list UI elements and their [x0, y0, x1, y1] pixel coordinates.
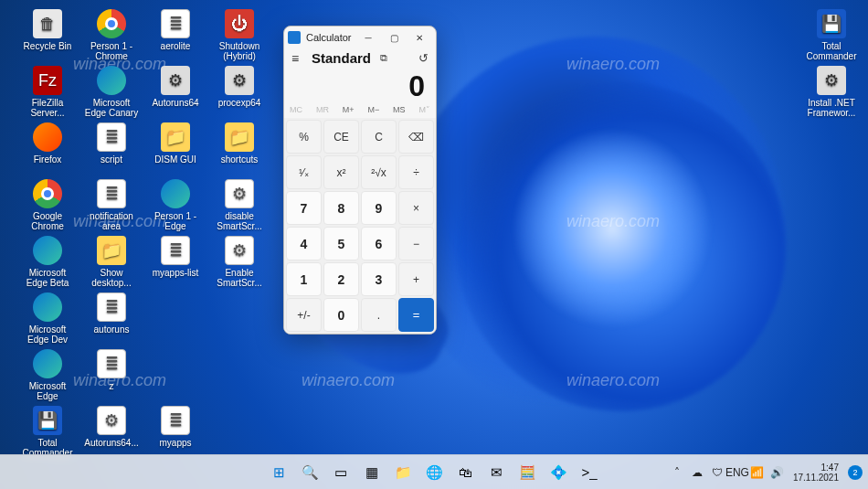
- mem-mc[interactable]: MC: [290, 105, 302, 114]
- desktop-icon[interactable]: Microsoft Edge Dev: [18, 292, 77, 345]
- desktop-icon[interactable]: ⚙Autoruns64: [146, 66, 205, 108]
- taskbar-search-button[interactable]: 🔍: [296, 459, 323, 486]
- calculator-display: 0: [284, 66, 436, 105]
- fz-icon: Fz: [33, 66, 62, 95]
- desktop[interactable]: winaero.com winaero.com winaero.com wina…: [0, 0, 868, 489]
- key-ce[interactable]: CE: [323, 120, 359, 154]
- key-1[interactable]: 1: [286, 262, 322, 296]
- tray-clock[interactable]: 1:47 17.11.2021: [789, 462, 842, 483]
- titlebar[interactable]: Calculator ─ ▢ ✕: [284, 27, 436, 48]
- minimize-button[interactable]: ─: [355, 27, 381, 48]
- tray-language[interactable]: ENG: [729, 460, 746, 485]
- desktop-icon[interactable]: ⚙disable SmartScr...: [210, 179, 269, 231]
- key-8[interactable]: 8: [323, 191, 359, 225]
- mem-mplus[interactable]: M+: [343, 105, 355, 114]
- mem-mr[interactable]: MR: [316, 105, 329, 114]
- key-backspace[interactable]: ⌫: [398, 120, 434, 154]
- calculator-mode: Standard: [312, 50, 371, 66]
- key-negate[interactable]: +/-: [286, 298, 322, 332]
- desktop-icon-label: Total Commander: [802, 41, 861, 61]
- desktop-icon[interactable]: Google Chrome: [18, 179, 77, 231]
- calculator-window[interactable]: Calculator ─ ▢ ✕ ≡ Standard ⧉ ↺ 0 MC MR …: [283, 26, 437, 335]
- key-divide[interactable]: ÷: [398, 155, 434, 189]
- taskbar-edge-button[interactable]: 🌐: [420, 459, 448, 486]
- desktop-icon[interactable]: Person 1 - Chrome: [82, 9, 141, 61]
- desktop-icon[interactable]: ⚙procexp64: [210, 66, 269, 108]
- key-4[interactable]: 4: [286, 227, 322, 260]
- taskbar[interactable]: ⊞🔍▭▦📁🌐🛍✉🧮💠>_ ˄ ☁ 🛡 ENG 📶 🔊 1:47 17.11.20…: [0, 454, 868, 489]
- key-equals[interactable]: =: [398, 298, 434, 332]
- desktop-icon[interactable]: ≣myapps: [146, 406, 205, 448]
- tray-chevron-icon[interactable]: ˄: [669, 460, 685, 485]
- desktop-icon[interactable]: ⚙Enable SmartScr...: [210, 236, 269, 288]
- desktop-icon[interactable]: ⏻Shutdown (Hybrid): [210, 9, 269, 61]
- hamburger-menu-icon[interactable]: ≡: [291, 51, 304, 66]
- desktop-icon[interactable]: Microsoft Edge Beta: [18, 236, 77, 288]
- desktop-icon[interactable]: Microsoft Edge: [18, 349, 77, 401]
- key-minus[interactable]: −: [398, 227, 434, 260]
- key-c[interactable]: C: [361, 120, 397, 154]
- mem-ms[interactable]: MS: [393, 105, 406, 114]
- close-button[interactable]: ✕: [407, 27, 432, 48]
- key-5[interactable]: 5: [323, 227, 359, 260]
- key-7[interactable]: 7: [286, 191, 322, 225]
- desktop-icon[interactable]: 💾Total Commander: [802, 9, 861, 61]
- desktop-icon[interactable]: ≣autoruns: [82, 292, 141, 335]
- key-multiply[interactable]: ×: [398, 191, 434, 225]
- file-icon: ≣: [97, 292, 126, 322]
- tray-volume-icon[interactable]: 🔊: [769, 460, 786, 485]
- key-decimal[interactable]: .: [361, 298, 397, 332]
- key-percent[interactable]: %: [286, 120, 322, 154]
- keep-on-top-icon[interactable]: ⧉: [380, 52, 387, 64]
- key-square[interactable]: x²: [323, 155, 359, 189]
- taskbar-mail-button[interactable]: ✉: [482, 459, 510, 486]
- desktop-icon[interactable]: FzFileZilla Server...: [18, 66, 77, 118]
- desktop-icon-label: script: [82, 154, 141, 165]
- key-3[interactable]: 3: [361, 262, 397, 296]
- desktop-icon[interactable]: ≣myapps-list: [146, 236, 205, 278]
- key-reciprocal[interactable]: ¹⁄ₓ: [286, 155, 322, 189]
- desktop-icon[interactable]: Firefox: [18, 122, 77, 165]
- desktop-icon[interactable]: Microsoft Edge Canary: [82, 66, 141, 118]
- desktop-icon[interactable]: ≣z: [82, 349, 141, 391]
- desktop-icon-label: z: [82, 381, 141, 391]
- tray-network-icon[interactable]: 📶: [749, 460, 766, 485]
- taskbar-task-view-button[interactable]: ▭: [327, 459, 355, 486]
- key-6[interactable]: 6: [361, 227, 397, 260]
- key-2[interactable]: 2: [323, 262, 359, 296]
- desktop-icon-label: Google Chrome: [18, 211, 77, 231]
- desktop-icon[interactable]: 📁shortcuts: [210, 122, 269, 165]
- taskbar-store-button[interactable]: 🛍: [451, 459, 479, 486]
- desktop-icon-label: Autoruns64...: [82, 438, 141, 448]
- desktop-icon[interactable]: 💾Total Commander: [18, 406, 77, 458]
- desktop-icon[interactable]: 📁Show desktop...: [82, 236, 141, 288]
- desktop-icon[interactable]: ⚙Autoruns64...: [82, 406, 141, 448]
- taskbar-calculator-button[interactable]: 🧮: [513, 459, 541, 486]
- desktop-icon[interactable]: ⚙Install .NET Framewor...: [802, 66, 861, 118]
- key-0[interactable]: 0: [323, 298, 359, 332]
- maximize-button[interactable]: ▢: [381, 27, 407, 48]
- mem-mminus[interactable]: M−: [367, 105, 379, 114]
- notification-badge[interactable]: 2: [848, 465, 863, 480]
- mem-list[interactable]: M˅: [418, 105, 430, 114]
- key-sqrt[interactable]: ²√x: [361, 155, 397, 189]
- desktop-icon[interactable]: ≣notification area: [82, 179, 141, 231]
- tray-onedrive-icon[interactable]: ☁: [689, 460, 705, 485]
- desktop-icon[interactable]: 📁DISM GUI: [146, 122, 205, 165]
- chrome-icon: [33, 179, 62, 208]
- desktop-icon[interactable]: ≣script: [82, 122, 141, 165]
- taskbar-vscode-button[interactable]: 💠: [545, 459, 572, 486]
- tray-defender-icon[interactable]: 🛡: [709, 460, 725, 485]
- key-plus[interactable]: +: [398, 262, 434, 296]
- desktop-icon[interactable]: 🗑Recycle Bin: [18, 9, 77, 51]
- history-icon[interactable]: ↺: [418, 51, 429, 65]
- edge-icon: [33, 236, 62, 265]
- taskbar-explorer-button[interactable]: 📁: [389, 459, 417, 486]
- bluebox-icon: 💾: [33, 406, 62, 435]
- key-9[interactable]: 9: [361, 191, 397, 225]
- taskbar-start-button[interactable]: ⊞: [265, 459, 292, 486]
- taskbar-terminal-button[interactable]: >_: [576, 459, 603, 486]
- desktop-icon[interactable]: Person 1 - Edge: [146, 179, 205, 231]
- taskbar-widgets-button[interactable]: ▦: [358, 459, 386, 486]
- desktop-icon[interactable]: ≣aerolite: [146, 9, 205, 51]
